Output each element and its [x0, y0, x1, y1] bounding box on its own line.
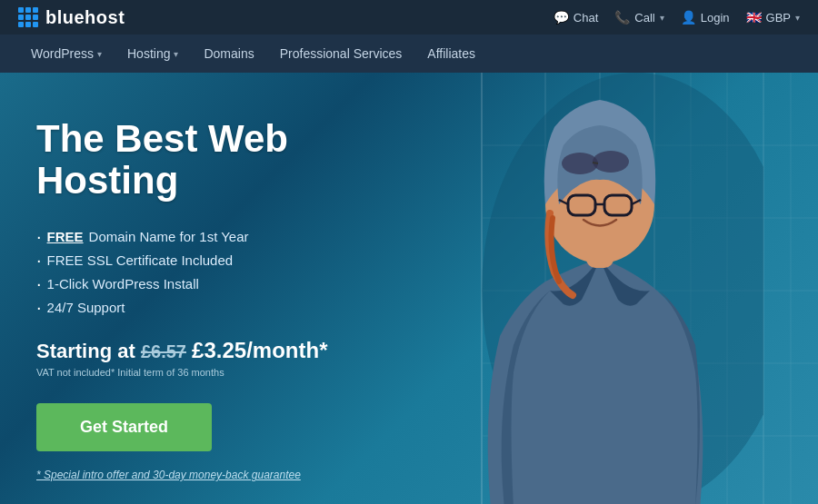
- feature-ssl: FREE SSL Certificate Included: [36, 251, 436, 269]
- nav-item-hosting[interactable]: Hosting ▾: [115, 35, 191, 73]
- hero-title: The Best Web Hosting: [36, 118, 436, 202]
- call-label: Call: [634, 11, 654, 25]
- get-started-button[interactable]: Get Started: [36, 403, 212, 451]
- feature-wordpress: 1-Click WordPress Install: [36, 274, 436, 292]
- feature-domain: FREE Domain Name for 1st Year: [36, 227, 436, 245]
- chat-label: Chat: [574, 11, 598, 25]
- header-right: 💬 Chat 📞 Call ▾ 👤 Login 🇬🇧 GBP ▾: [554, 10, 800, 25]
- nav-item-professional-services[interactable]: Professional Services: [267, 35, 415, 73]
- wordpress-dropdown-arrow: ▾: [97, 49, 102, 59]
- pricing-label: Starting at: [36, 340, 135, 362]
- login-link[interactable]: 👤 Login: [681, 10, 730, 25]
- login-label: Login: [701, 11, 730, 25]
- pricing-line: Starting at £6.57 £3.25/month*: [36, 338, 436, 363]
- chat-icon: 💬: [554, 10, 569, 25]
- site-header: bluehost 💬 Chat 📞 Call ▾ 👤 Login 🇬🇧 GBP …: [0, 0, 818, 35]
- header-left: bluehost: [18, 7, 125, 28]
- currency-label: GBP: [766, 11, 791, 25]
- call-dropdown-arrow: ▾: [660, 13, 664, 23]
- logo-grid-icon: [18, 7, 38, 27]
- hero-content: The Best Web Hosting FREE Domain Name fo…: [36, 118, 436, 482]
- nav-item-affiliates[interactable]: Affiliates: [414, 35, 488, 73]
- guarantee-link[interactable]: * Special intro offer and 30-day money-b…: [36, 469, 301, 481]
- svg-line-23: [593, 163, 598, 163]
- logo[interactable]: bluehost: [18, 7, 125, 28]
- hosting-dropdown-arrow: ▾: [174, 49, 178, 59]
- hero-features-list: FREE Domain Name for 1st Year FREE SSL C…: [36, 227, 436, 316]
- main-nav: WordPress ▾ Hosting ▾ Domains Profession…: [0, 35, 818, 73]
- price-old: £6.57: [141, 341, 186, 361]
- hero-person-image: [382, 73, 763, 504]
- call-link[interactable]: 📞 Call ▾: [614, 10, 663, 25]
- nav-item-wordpress[interactable]: WordPress ▾: [18, 35, 115, 73]
- chat-link[interactable]: 💬 Chat: [554, 10, 598, 25]
- currency-selector[interactable]: 🇬🇧 GBP ▾: [746, 10, 800, 25]
- pricing-sub: VAT not included* Initial term of 36 mon…: [36, 367, 436, 378]
- currency-dropdown-arrow: ▾: [795, 13, 800, 23]
- feature-support: 24/7 Support: [36, 298, 436, 316]
- feature-domain-text: Domain Name for 1st Year: [89, 229, 249, 244]
- user-icon: 👤: [681, 10, 696, 25]
- logo-text: bluehost: [45, 7, 125, 28]
- price-new: £3.25/month*: [192, 338, 327, 362]
- hero-section: The Best Web Hosting FREE Domain Name fo…: [0, 73, 818, 504]
- nav-item-domains[interactable]: Domains: [191, 35, 266, 73]
- call-icon: 📞: [614, 10, 630, 25]
- flag-icon: 🇬🇧: [746, 10, 762, 25]
- svg-point-22: [593, 151, 629, 173]
- free-badge-domain: FREE: [47, 229, 84, 244]
